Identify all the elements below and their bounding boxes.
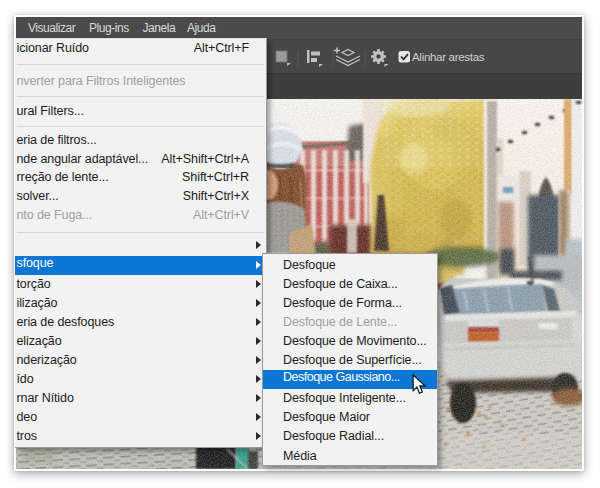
svg-text:Alinhar arestas: Alinhar arestas (412, 51, 485, 63)
